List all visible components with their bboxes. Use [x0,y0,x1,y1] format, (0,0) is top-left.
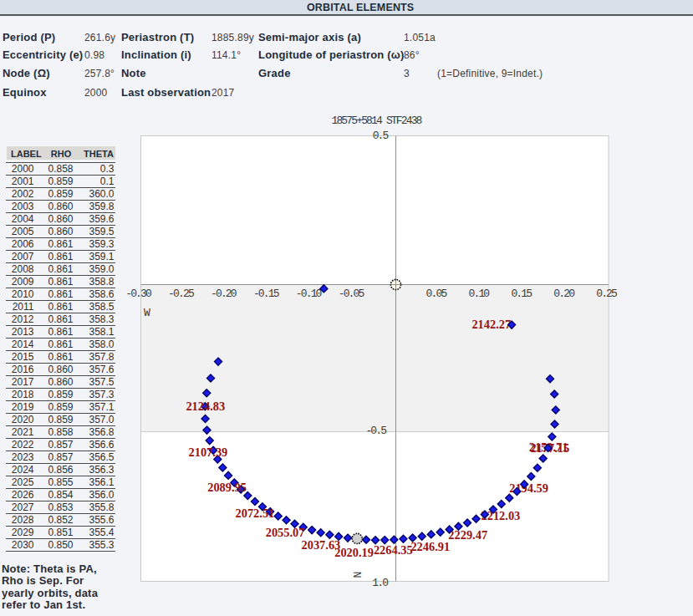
svg-text:-0.25: -0.25 [168,288,194,300]
svg-text:N: N [352,572,364,578]
svg-text:1.0: 1.0 [372,577,388,589]
svg-text:2246.91: 2246.91 [410,540,450,553]
svg-text:-0.30: -0.30 [125,288,151,300]
svg-text:0.15: 0.15 [511,288,532,300]
svg-text:0.20: 0.20 [553,288,574,300]
svg-text:2229.47: 2229.47 [448,528,487,542]
svg-text:-0.5: -0.5 [365,425,386,437]
svg-text:2142.27: 2142.27 [471,318,511,331]
svg-text:-0.05: -0.05 [339,288,364,300]
svg-text:2055.07: 2055.07 [266,526,305,539]
svg-text:0.5: 0.5 [373,130,389,142]
svg-text:0.25: 0.25 [596,288,617,300]
svg-text:0.05: 0.05 [426,288,447,300]
svg-text:2037.63: 2037.63 [302,538,341,552]
svg-text:18575+5814 STF2438: 18575+5814 STF2438 [331,115,421,127]
svg-text:-0.20: -0.20 [211,288,237,300]
svg-text:2072.51: 2072.51 [236,507,275,520]
svg-text:-0.15: -0.15 [253,288,279,300]
svg-text:0.10: 0.10 [468,288,489,300]
svg-text:2124.83: 2124.83 [186,400,225,413]
svg-text:2089.95: 2089.95 [207,481,247,494]
svg-text:2107.39: 2107.39 [189,445,228,459]
svg-text:-0.10: -0.10 [296,288,322,300]
svg-text:2264.35: 2264.35 [374,543,413,557]
